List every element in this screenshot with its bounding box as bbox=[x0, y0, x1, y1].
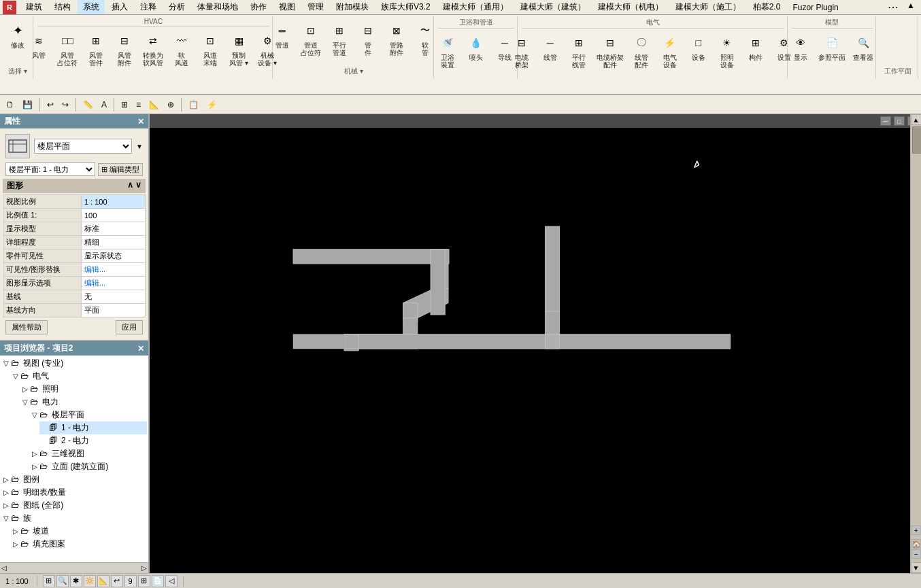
ribbon-btn-duct-fitting[interactable]: ⊞ 风管管件 bbox=[82, 28, 110, 69]
tree-item-views[interactable]: ▽ 🗁 视图 (专业) bbox=[1, 357, 147, 370]
tree-item-legends[interactable]: ▷ 🗁 图例 bbox=[1, 473, 147, 486]
nav-btn-1[interactable]: + bbox=[911, 525, 921, 535]
menu-view[interactable]: 视图 bbox=[273, 0, 301, 14]
tree-item-elevations[interactable]: ▷ 🗁 立面 (建筑立面) bbox=[30, 460, 147, 473]
tree-toggle-electrical[interactable]: ▽ bbox=[11, 373, 20, 380]
status-icon-model[interactable]: ⊞ bbox=[43, 575, 55, 587]
browser-close[interactable]: ✕ bbox=[137, 344, 144, 353]
ribbon-btn-duct-accessory[interactable]: ⊟ 风管附件 bbox=[111, 28, 138, 69]
ribbon-collapse[interactable]: ▲ bbox=[903, 0, 918, 16]
ribbon-btn-lighting[interactable]: ☀ 照明设备 bbox=[714, 30, 741, 71]
properties-close[interactable]: ✕ bbox=[137, 117, 144, 126]
ribbon-btn-duct-placeholder[interactable]: □□ 风管占位符 bbox=[54, 28, 81, 69]
ribbon-btn-cable-tray[interactable]: ⊟ 电缆桥架 bbox=[508, 30, 535, 71]
ribbon-btn-plumbing-fixture[interactable]: 🚿 卫浴装置 bbox=[434, 30, 461, 71]
prop-type-select[interactable]: 楼层平面 bbox=[34, 139, 132, 154]
tree-item-3d-views[interactable]: ▷ 🗁 三维视图 bbox=[30, 447, 147, 460]
ribbon-btn-cable-tray-fitting[interactable]: ⊟ 电缆桥架配件 bbox=[594, 30, 626, 71]
ribbon-btn-device[interactable]: □ 设备 bbox=[685, 30, 712, 71]
ribbon-btn-prefab-duct[interactable]: ▦ 预制风管 ▾ bbox=[225, 28, 252, 69]
menu-analyze[interactable]: 分析 bbox=[163, 0, 190, 14]
tree-toggle-3dviews[interactable]: ▷ bbox=[30, 450, 39, 457]
ribbon-btn-flex-duct[interactable]: 〰 软风道 bbox=[168, 28, 195, 69]
menu-modmaster-arch[interactable]: 建模大师（建筑） bbox=[515, 0, 591, 14]
prop-section-graphics[interactable]: 图形 ∧ ∨ bbox=[3, 179, 146, 193]
tree-toggle-floor-plans[interactable]: ▽ bbox=[30, 411, 39, 419]
tree-item-electrical[interactable]: ▽ 🗁 电气 bbox=[11, 370, 147, 383]
menu-familylib[interactable]: 族库大师V3.2 bbox=[375, 0, 436, 14]
tree-item-schedules[interactable]: ▷ 🗁 明细表/数量 bbox=[1, 486, 147, 499]
menu-manage[interactable]: 管理 bbox=[302, 0, 329, 14]
ribbon-btn-conduit-fitting[interactable]: 〇 线管配件 bbox=[628, 30, 655, 71]
browser-scroll-right[interactable]: ▷ bbox=[141, 564, 147, 572]
tree-item-ramps[interactable]: ▷ 🗁 坡道 bbox=[11, 525, 147, 538]
ribbon-btn-parallel-conduit[interactable]: ⊞ 平行线管 bbox=[565, 30, 592, 71]
ribbon-btn-elec-equip[interactable]: ⚡ 电气设备 bbox=[656, 30, 684, 71]
prop-apply-btn[interactable]: 应用 bbox=[116, 320, 143, 334]
prop-edit-type-btn[interactable]: ⊞ 编辑类型 bbox=[98, 163, 143, 176]
prop-value-parts[interactable]: 显示原状态 bbox=[81, 249, 145, 263]
ribbon-btn-viewer[interactable]: 🔍 查看器 bbox=[850, 30, 877, 63]
prop-value-graphic-display[interactable]: 编辑... bbox=[81, 277, 145, 290]
tree-toggle-ramps[interactable]: ▷ bbox=[11, 528, 20, 535]
prop-value-scale[interactable]: 1 : 100 bbox=[81, 195, 145, 209]
nav-btn-2[interactable]: 🏠 bbox=[911, 539, 921, 549]
ribbon-btn-pipe-accessory[interactable]: ⊠ 管路附件 bbox=[383, 18, 410, 58]
status-icon-asterisk[interactable]: ✱ bbox=[70, 575, 82, 587]
ribbon-btn-display[interactable]: 👁 显示 bbox=[787, 30, 814, 63]
browser-body[interactable]: ▽ 🗁 视图 (专业) ▽ 🗁 电气 ▷ 🗁 照明 bbox=[0, 356, 148, 562]
tb-tag[interactable]: A bbox=[98, 98, 110, 111]
ribbon-btn-component[interactable]: ⊞ 构件 bbox=[742, 30, 769, 71]
tree-item-floor-1-power[interactable]: 🗐 1 - 电力 bbox=[39, 421, 147, 434]
menu-annotate[interactable]: 注释 bbox=[135, 0, 162, 14]
scroll-up-btn[interactable]: ▲ bbox=[911, 114, 922, 125]
menu-baimo[interactable]: 柏慕2.0 bbox=[748, 0, 786, 14]
tb-measure[interactable]: 📏 bbox=[80, 98, 97, 111]
ribbon-btn-pipe-placeholder[interactable]: ⊡ 管道占位符 bbox=[297, 18, 324, 58]
ribbon-btn-parallel-pipe[interactable]: ⊞ 平行管道 bbox=[326, 18, 353, 58]
tree-item-floor-2-power[interactable]: 🗐 2 - 电力 bbox=[39, 434, 147, 447]
scroll-track[interactable]: + 🏠 − bbox=[911, 125, 921, 562]
menu-insert[interactable]: 插入 bbox=[106, 0, 133, 14]
tb-extra2[interactable]: ⚡ bbox=[203, 98, 220, 111]
scroll-down-btn[interactable]: ▼ bbox=[911, 562, 922, 573]
status-icon-measure[interactable]: 📐 bbox=[97, 575, 110, 587]
ribbon-btn-ref-plane[interactable]: 📄 参照平面 bbox=[816, 30, 848, 63]
prop-floor-select[interactable]: 楼层平面: 1 - 电力 bbox=[5, 162, 95, 176]
status-icon-undo[interactable]: ↩ bbox=[111, 575, 123, 587]
expand-btn[interactable]: ⋯ bbox=[884, 0, 902, 16]
menu-modmaster-general[interactable]: 建模大师（通用） bbox=[437, 0, 514, 14]
ribbon-btn-air-terminal[interactable]: ⊡ 风道末端 bbox=[197, 28, 224, 69]
status-icon-back[interactable]: ◁ bbox=[165, 575, 178, 587]
tb-align[interactable]: ⊞ bbox=[118, 98, 131, 111]
nav-btn-3[interactable]: − bbox=[911, 549, 921, 559]
tb-redo[interactable]: ↪ bbox=[58, 98, 72, 111]
prop-help-btn[interactable]: 属性帮助 bbox=[5, 320, 48, 334]
tree-toggle-legends[interactable]: ▷ bbox=[1, 476, 11, 483]
menu-modmaster-const[interactable]: 建模大师（施工） bbox=[670, 0, 746, 14]
select-group-label[interactable]: 选择 ▾ bbox=[8, 65, 27, 77]
menu-massing[interactable]: 体量和场地 bbox=[192, 0, 244, 14]
tree-toggle-families[interactable]: ▽ bbox=[1, 515, 11, 522]
ribbon-btn-convert-flex[interactable]: ⇄ 转换为软风管 bbox=[139, 28, 167, 69]
ribbon-btn-pipe-fitting[interactable]: ⊟ 管件 bbox=[354, 18, 382, 58]
tb-snap[interactable]: 📐 bbox=[146, 98, 163, 111]
tree-item-lighting[interactable]: ▷ 🗁 照明 bbox=[20, 383, 147, 396]
tb-undo[interactable]: ↩ bbox=[44, 98, 57, 111]
tree-toggle-lighting[interactable]: ▷ bbox=[20, 385, 30, 393]
browser-scroll-left[interactable]: ◁ bbox=[1, 564, 7, 572]
tb-workplane[interactable]: ⊕ bbox=[164, 98, 178, 111]
ribbon-btn-sprinkler[interactable]: 💧 喷头 bbox=[463, 30, 490, 71]
tb-save[interactable]: 💾 bbox=[19, 98, 36, 111]
menu-structure[interactable]: 结构 bbox=[49, 0, 76, 14]
tree-toggle-views[interactable]: ▽ bbox=[1, 360, 11, 367]
prop-value-display-model[interactable]: 标准 bbox=[81, 222, 145, 236]
tree-toggle-fill-patterns[interactable]: ▷ bbox=[11, 540, 20, 548]
tree-toggle-sheets[interactable]: ▷ bbox=[1, 502, 11, 509]
mechanical-group-label[interactable]: 机械 ▾ bbox=[344, 65, 363, 77]
tb-new[interactable]: 🗋 bbox=[3, 98, 18, 111]
app-icon[interactable]: R bbox=[3, 1, 16, 14]
menu-addins[interactable]: 附加模块 bbox=[331, 0, 374, 14]
ribbon-btn-duct[interactable]: ≋ 风管 bbox=[25, 28, 52, 69]
ribbon-btn-pipe[interactable]: ═ 管道 bbox=[269, 18, 296, 58]
